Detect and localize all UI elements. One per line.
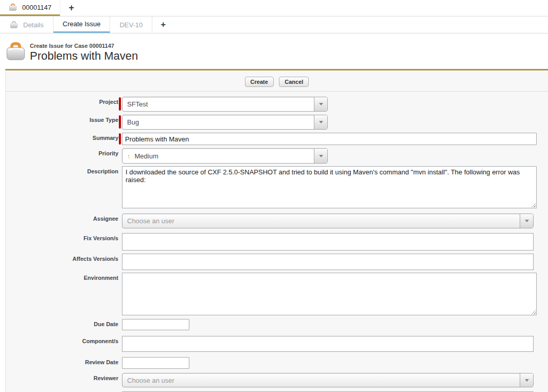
field-row-fix-versions: Fix Version/s: [6, 233, 548, 251]
field-row-assignee: Assignee Choose an user: [6, 213, 548, 228]
reviewer-select[interactable]: Choose an user: [122, 373, 534, 387]
issue-type-value: Bug: [122, 115, 314, 129]
page-title: Problems with Maven: [30, 49, 138, 63]
chevron-down-icon: [525, 379, 529, 382]
priority-medium-arrow-up-icon: ↑: [127, 152, 131, 160]
header-context: Create Issue for Case 00001147: [30, 43, 138, 49]
plus-icon: +: [161, 20, 166, 30]
field-wrap: [122, 336, 534, 352]
environment-label: Environment: [6, 273, 118, 281]
assignee-placeholder: Choose an user: [122, 214, 520, 228]
browser-tab-bar: 00001147 +: [0, 0, 548, 16]
tab-label: DEV-10: [119, 21, 143, 29]
due-date-input[interactable]: [122, 319, 189, 330]
field-row-review-date: Review Date: [6, 357, 548, 369]
project-label: Project: [6, 97, 118, 105]
reviewer-label: Reviewer: [6, 373, 118, 381]
field-row-description: Description I downloaded the source of C…: [6, 166, 548, 208]
issue-type-dropdown-button[interactable]: [314, 115, 327, 129]
workspace-tab-bar: Details Create Issue DEV-10 +: [0, 16, 548, 33]
summary-input[interactable]: [122, 133, 537, 145]
add-case-tab-button[interactable]: +: [60, 0, 83, 16]
case-icon-gray: [9, 21, 19, 29]
create-button[interactable]: Create: [245, 77, 274, 87]
fix-versions-input[interactable]: [122, 233, 534, 251]
field-wrap: [122, 233, 534, 251]
tab-label: 00001147: [22, 4, 51, 11]
field-wrap: [122, 357, 189, 369]
chevron-down-icon: [319, 121, 323, 123]
field-row-environment: Environment: [6, 273, 548, 315]
field-row-issue-type: Issue Type Bug: [6, 115, 548, 130]
field-wrap: [122, 273, 537, 315]
create-issue-form: Project SFTest Issue Type Bug Summary: [6, 92, 548, 392]
affects-versions-input[interactable]: [122, 254, 534, 270]
chevron-down-icon: [525, 220, 529, 222]
field-row-project: Project SFTest: [6, 97, 548, 112]
reviewer-placeholder: Choose an user: [122, 373, 520, 387]
affects-versions-label: Affects Version/s: [6, 254, 118, 262]
required-marker: SFTest: [122, 97, 328, 112]
cancel-button[interactable]: Cancel: [279, 77, 309, 87]
components-input[interactable]: [122, 336, 534, 352]
priority-value: Medium: [135, 152, 158, 160]
create-issue-panel: Create Cancel Project SFTest Issue Type …: [5, 69, 548, 392]
priority-select[interactable]: ↑ Medium: [122, 148, 328, 164]
field-wrap: ↑ Medium: [122, 148, 328, 164]
chevron-down-icon: [319, 103, 323, 105]
field-wrap: I downloaded the source of CXF 2.5.0-SNA…: [122, 166, 537, 208]
chevron-down-icon: [319, 155, 323, 157]
project-dropdown-button[interactable]: [314, 97, 327, 111]
description-textarea[interactable]: I downloaded the source of CXF 2.5.0-SNA…: [122, 166, 537, 208]
tab-dev-10[interactable]: DEV-10: [110, 16, 152, 33]
assignee-select[interactable]: Choose an user: [122, 213, 534, 228]
assignee-label: Assignee: [6, 213, 118, 222]
tab-label: Details: [23, 21, 44, 29]
project-value: SFTest: [122, 97, 314, 111]
tab-case-00001147[interactable]: 00001147: [0, 0, 60, 16]
environment-textarea[interactable]: [122, 273, 537, 315]
reviewer-dropdown-button[interactable]: [520, 373, 533, 387]
field-row-summary: Summary: [6, 133, 548, 145]
tab-create-issue[interactable]: Create Issue: [54, 16, 111, 33]
issue-type-label: Issue Type: [6, 115, 118, 123]
field-wrap: [122, 319, 189, 330]
field-row-due-date: Due Date: [6, 319, 548, 330]
due-date-label: Due Date: [6, 319, 118, 327]
field-row-components: Component/s: [6, 336, 548, 352]
field-row-affects-versions: Affects Version/s: [6, 254, 548, 270]
page-header: Create Issue for Case 00001147 Problems …: [0, 33, 548, 69]
tab-label: Create Issue: [63, 20, 101, 28]
form-actions: Create Cancel: [6, 70, 548, 92]
case-icon: [8, 3, 17, 11]
tab-details[interactable]: Details: [0, 16, 54, 33]
required-marker: Bug: [122, 115, 328, 130]
priority-dropdown-button[interactable]: [314, 149, 327, 163]
field-row-priority: Priority ↑ Medium: [6, 148, 548, 164]
field-wrap: [122, 254, 534, 270]
field-wrap: Choose an user: [122, 373, 534, 387]
summary-label: Summary: [6, 133, 118, 141]
issue-type-select[interactable]: Bug: [122, 115, 328, 130]
project-select[interactable]: SFTest: [122, 97, 328, 112]
add-workspace-tab-button[interactable]: +: [152, 16, 174, 33]
assignee-dropdown-button[interactable]: [520, 214, 533, 228]
description-label: Description: [6, 166, 118, 174]
create-issue-case-icon: [6, 42, 26, 61]
plus-icon: +: [69, 3, 75, 13]
components-label: Component/s: [6, 336, 118, 344]
fix-versions-label: Fix Version/s: [6, 233, 118, 241]
priority-label: Priority: [6, 148, 118, 156]
review-date-input[interactable]: [122, 357, 189, 369]
review-date-label: Review Date: [6, 357, 118, 365]
required-marker: [122, 133, 537, 145]
field-row-reviewer: Reviewer Choose an user: [6, 373, 548, 387]
field-wrap: Choose an user: [122, 213, 534, 228]
